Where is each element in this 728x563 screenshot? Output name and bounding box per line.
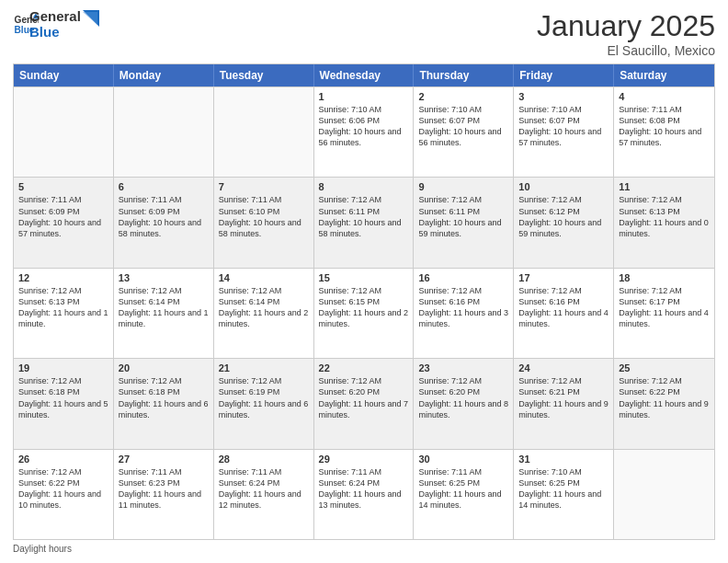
day-cell-empty	[614, 450, 714, 539]
day-number-22: 22	[319, 362, 409, 373]
calendar: SundayMondayTuesdayWednesdayThursdayFrid…	[13, 63, 715, 540]
location-subtitle: El Saucillo, Mexico	[537, 43, 715, 58]
day-info-23: Sunrise: 7:12 AM Sunset: 6:20 PM Dayligh…	[418, 375, 508, 420]
day-number-28: 28	[219, 454, 309, 465]
header-day-friday: Friday	[514, 64, 614, 86]
footer: Daylight hours	[13, 544, 715, 554]
day-number-23: 23	[418, 362, 508, 373]
logo-blue: Blue	[29, 25, 81, 40]
day-number-16: 16	[418, 272, 508, 283]
day-number-30: 30	[418, 454, 508, 465]
day-info-2: Sunrise: 7:10 AM Sunset: 6:07 PM Dayligh…	[418, 104, 508, 149]
day-number-4: 4	[619, 91, 710, 102]
day-info-7: Sunrise: 7:11 AM Sunset: 6:10 PM Dayligh…	[219, 194, 309, 239]
logo-triangle-icon	[83, 10, 99, 30]
day-cell-28: 28Sunrise: 7:11 AM Sunset: 6:24 PM Dayli…	[214, 450, 314, 539]
day-info-13: Sunrise: 7:12 AM Sunset: 6:14 PM Dayligh…	[119, 285, 209, 330]
header-day-tuesday: Tuesday	[214, 64, 314, 86]
calendar-row-4: 19Sunrise: 7:12 AM Sunset: 6:18 PM Dayli…	[14, 358, 714, 448]
day-info-22: Sunrise: 7:12 AM Sunset: 6:20 PM Dayligh…	[319, 375, 409, 420]
day-info-30: Sunrise: 7:11 AM Sunset: 6:25 PM Dayligh…	[418, 466, 508, 511]
day-info-3: Sunrise: 7:10 AM Sunset: 6:07 PM Dayligh…	[518, 104, 609, 149]
day-number-1: 1	[319, 91, 409, 102]
day-number-19: 19	[18, 362, 108, 373]
day-number-9: 9	[418, 181, 508, 192]
day-info-8: Sunrise: 7:12 AM Sunset: 6:11 PM Dayligh…	[319, 194, 409, 239]
day-cell-3: 3Sunrise: 7:10 AM Sunset: 6:07 PM Daylig…	[514, 87, 614, 177]
day-cell-23: 23Sunrise: 7:12 AM Sunset: 6:20 PM Dayli…	[414, 359, 514, 448]
svg-marker-5	[83, 12, 97, 25]
header-day-monday: Monday	[114, 64, 214, 86]
calendar-row-1: 1Sunrise: 7:10 AM Sunset: 6:06 PM Daylig…	[14, 86, 714, 177]
day-info-24: Sunrise: 7:12 AM Sunset: 6:21 PM Dayligh…	[518, 375, 609, 420]
day-info-29: Sunrise: 7:11 AM Sunset: 6:24 PM Dayligh…	[319, 466, 409, 511]
day-cell-14: 14Sunrise: 7:12 AM Sunset: 6:14 PM Dayli…	[214, 269, 314, 358]
day-number-26: 26	[18, 454, 108, 465]
day-number-6: 6	[119, 181, 209, 192]
day-number-18: 18	[619, 272, 710, 283]
day-cell-17: 17Sunrise: 7:12 AM Sunset: 6:16 PM Dayli…	[514, 269, 614, 358]
day-number-8: 8	[319, 181, 409, 192]
header-day-saturday: Saturday	[614, 64, 714, 86]
day-cell-4: 4Sunrise: 7:11 AM Sunset: 6:08 PM Daylig…	[614, 87, 714, 177]
day-info-18: Sunrise: 7:12 AM Sunset: 6:17 PM Dayligh…	[619, 285, 710, 330]
day-info-12: Sunrise: 7:12 AM Sunset: 6:13 PM Dayligh…	[18, 285, 108, 330]
day-cell-6: 6Sunrise: 7:11 AM Sunset: 6:09 PM Daylig…	[114, 178, 214, 267]
day-number-31: 31	[518, 454, 609, 465]
day-cell-empty	[14, 87, 114, 177]
day-cell-30: 30Sunrise: 7:11 AM Sunset: 6:25 PM Dayli…	[414, 450, 514, 539]
day-cell-18: 18Sunrise: 7:12 AM Sunset: 6:17 PM Dayli…	[614, 269, 714, 358]
day-cell-29: 29Sunrise: 7:11 AM Sunset: 6:24 PM Dayli…	[314, 450, 415, 539]
day-info-6: Sunrise: 7:11 AM Sunset: 6:09 PM Dayligh…	[119, 194, 209, 239]
day-cell-10: 10Sunrise: 7:12 AM Sunset: 6:12 PM Dayli…	[514, 178, 614, 267]
day-cell-empty	[214, 87, 314, 177]
logo-general: General	[29, 9, 81, 25]
day-number-20: 20	[119, 362, 209, 373]
day-cell-27: 27Sunrise: 7:11 AM Sunset: 6:23 PM Dayli…	[114, 450, 214, 539]
day-info-21: Sunrise: 7:12 AM Sunset: 6:19 PM Dayligh…	[219, 375, 309, 420]
day-info-19: Sunrise: 7:12 AM Sunset: 6:18 PM Dayligh…	[18, 375, 108, 420]
day-number-21: 21	[219, 362, 309, 373]
day-cell-31: 31Sunrise: 7:10 AM Sunset: 6:25 PM Dayli…	[514, 450, 614, 539]
day-cell-26: 26Sunrise: 7:12 AM Sunset: 6:22 PM Dayli…	[14, 450, 114, 539]
day-info-31: Sunrise: 7:10 AM Sunset: 6:25 PM Dayligh…	[518, 466, 609, 511]
day-info-20: Sunrise: 7:12 AM Sunset: 6:18 PM Dayligh…	[119, 375, 209, 420]
day-number-11: 11	[619, 181, 710, 192]
daylight-hours-label: Daylight hours	[13, 544, 72, 554]
day-cell-21: 21Sunrise: 7:12 AM Sunset: 6:19 PM Dayli…	[214, 359, 314, 448]
day-cell-25: 25Sunrise: 7:12 AM Sunset: 6:22 PM Dayli…	[614, 359, 714, 448]
day-cell-1: 1Sunrise: 7:10 AM Sunset: 6:06 PM Daylig…	[314, 87, 415, 177]
day-number-17: 17	[518, 272, 609, 283]
day-cell-22: 22Sunrise: 7:12 AM Sunset: 6:20 PM Dayli…	[314, 359, 415, 448]
day-number-3: 3	[518, 91, 609, 102]
day-info-27: Sunrise: 7:11 AM Sunset: 6:23 PM Dayligh…	[119, 466, 209, 511]
day-number-2: 2	[418, 91, 508, 102]
day-number-14: 14	[219, 272, 309, 283]
calendar-row-2: 5Sunrise: 7:11 AM Sunset: 6:09 PM Daylig…	[14, 177, 714, 267]
day-cell-20: 20Sunrise: 7:12 AM Sunset: 6:18 PM Dayli…	[114, 359, 214, 448]
day-number-24: 24	[518, 362, 609, 373]
day-number-29: 29	[319, 454, 409, 465]
day-info-11: Sunrise: 7:12 AM Sunset: 6:13 PM Dayligh…	[619, 194, 710, 239]
day-number-13: 13	[119, 272, 209, 283]
day-number-7: 7	[219, 181, 309, 192]
day-info-10: Sunrise: 7:12 AM Sunset: 6:12 PM Dayligh…	[518, 194, 609, 239]
day-number-27: 27	[119, 454, 209, 465]
day-info-15: Sunrise: 7:12 AM Sunset: 6:15 PM Dayligh…	[319, 285, 409, 330]
page: General Blue General Blue January 2025 E…	[0, 0, 728, 563]
day-info-17: Sunrise: 7:12 AM Sunset: 6:16 PM Dayligh…	[518, 285, 609, 330]
day-number-15: 15	[319, 272, 409, 283]
day-cell-19: 19Sunrise: 7:12 AM Sunset: 6:18 PM Dayli…	[14, 359, 114, 448]
calendar-row-5: 26Sunrise: 7:12 AM Sunset: 6:22 PM Dayli…	[14, 449, 714, 539]
header: General Blue General Blue January 2025 E…	[13, 9, 715, 58]
day-cell-9: 9Sunrise: 7:12 AM Sunset: 6:11 PM Daylig…	[414, 178, 514, 267]
day-info-14: Sunrise: 7:12 AM Sunset: 6:14 PM Dayligh…	[219, 285, 309, 330]
day-cell-16: 16Sunrise: 7:12 AM Sunset: 6:16 PM Dayli…	[414, 269, 514, 358]
day-number-25: 25	[619, 362, 710, 373]
day-info-25: Sunrise: 7:12 AM Sunset: 6:22 PM Dayligh…	[619, 375, 710, 420]
day-cell-empty	[114, 87, 214, 177]
day-cell-13: 13Sunrise: 7:12 AM Sunset: 6:14 PM Dayli…	[114, 269, 214, 358]
day-cell-12: 12Sunrise: 7:12 AM Sunset: 6:13 PM Dayli…	[14, 269, 114, 358]
day-cell-2: 2Sunrise: 7:10 AM Sunset: 6:07 PM Daylig…	[414, 87, 514, 177]
day-info-1: Sunrise: 7:10 AM Sunset: 6:06 PM Dayligh…	[319, 104, 409, 149]
